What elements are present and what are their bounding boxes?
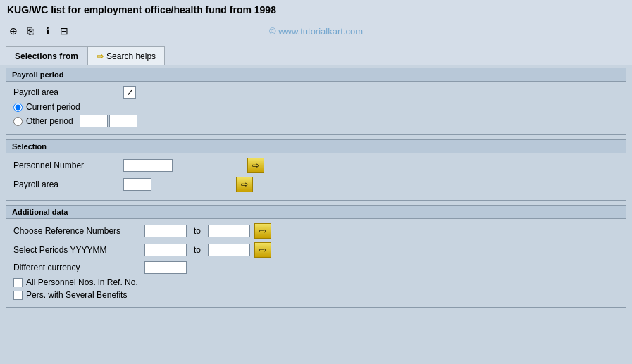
payroll-area-label: Payroll area xyxy=(13,87,119,97)
toolbar-icon-3[interactable]: ℹ xyxy=(39,23,55,39)
toolbar-icon-4[interactable]: ⊟ xyxy=(56,23,72,39)
choose-ref-input-from[interactable] xyxy=(144,225,187,237)
choose-ref-label: Choose Reference Numbers xyxy=(13,226,140,236)
select-periods-input-from[interactable] xyxy=(144,244,187,256)
selection-payroll-area-label: Payroll area xyxy=(13,180,119,189)
window-title: KUG/WC list for employment office/health… xyxy=(7,4,276,15)
to-label-2: to xyxy=(194,245,201,255)
other-period-radio[interactable] xyxy=(13,117,23,126)
select-periods-arrow-btn[interactable]: ⇨ xyxy=(254,242,271,258)
search-helps-label: Search helps xyxy=(106,51,156,61)
additional-data-header: Additional data xyxy=(6,206,626,219)
personnel-number-arrow-btn[interactable]: ⇨ xyxy=(247,158,264,173)
tab-selections-from[interactable]: Selections from xyxy=(6,46,87,65)
current-period-label: Current period xyxy=(26,102,80,112)
different-currency-label: Different currency xyxy=(13,263,140,272)
selections-from-label: Selections from xyxy=(15,51,78,61)
different-currency-input[interactable] xyxy=(144,261,187,274)
selection-body: Personnel Number ⇨ Payroll area ⇨ xyxy=(6,153,626,200)
choose-ref-input-to[interactable] xyxy=(208,225,250,237)
current-period-row: Current period xyxy=(13,102,619,112)
other-period-inputs xyxy=(80,115,137,127)
select-periods-input-to[interactable] xyxy=(208,244,250,256)
all-personnel-row: All Personnel Nos. in Ref. No. xyxy=(13,277,619,287)
choose-ref-row: Choose Reference Numbers to ⇨ xyxy=(13,223,619,239)
pers-several-label: Pers. with Several Benefits xyxy=(26,290,127,300)
toolbar-icon-2[interactable]: ⎘ xyxy=(23,23,38,39)
selection-payroll-area-arrow-btn[interactable]: ⇨ xyxy=(236,177,253,192)
additional-data-body: Choose Reference Numbers to ⇨ Select Per… xyxy=(6,219,626,307)
all-personnel-checkbox[interactable] xyxy=(13,278,23,287)
main-content: Payroll period Payroll area ✓ Current pe… xyxy=(0,65,632,364)
personnel-number-input[interactable] xyxy=(123,159,173,172)
personnel-number-label: Personnel Number xyxy=(13,161,119,170)
other-period-row: Other period xyxy=(13,115,619,127)
additional-data-section: Additional data Choose Reference Numbers… xyxy=(6,205,626,308)
other-period-input-2[interactable] xyxy=(109,115,137,127)
watermark: © www.tutorialkart.com xyxy=(269,26,363,37)
payroll-area-checkbox[interactable]: ✓ xyxy=(123,86,136,99)
search-helps-arrow-icon: ⇨ xyxy=(97,51,104,61)
to-label-1: to xyxy=(194,226,201,236)
all-personnel-label: All Personnel Nos. in Ref. No. xyxy=(26,277,138,287)
different-currency-row: Different currency xyxy=(13,261,619,274)
selection-section: Selection Personnel Number ⇨ Payroll are… xyxy=(6,139,626,201)
choose-ref-arrow-btn[interactable]: ⇨ xyxy=(254,223,271,239)
tab-search-helps[interactable]: ⇨ Search helps xyxy=(87,46,165,65)
personnel-number-row: Personnel Number ⇨ xyxy=(13,158,619,173)
pers-several-checkbox[interactable] xyxy=(13,291,23,300)
select-periods-label: Select Periods YYYYMM xyxy=(13,245,140,255)
payroll-area-row: Payroll area ✓ xyxy=(13,86,619,99)
toolbar-icon-1[interactable]: ⊕ xyxy=(6,23,21,39)
tab-bar: Selections from ⇨ Search helps xyxy=(0,42,632,65)
selection-header: Selection xyxy=(6,140,626,153)
payroll-period-section: Payroll period Payroll area ✓ Current pe… xyxy=(6,68,626,135)
other-period-label: Other period xyxy=(26,116,73,126)
payroll-period-body: Payroll area ✓ Current period Other peri… xyxy=(6,82,626,134)
pers-several-row: Pers. with Several Benefits xyxy=(13,290,619,300)
title-bar: KUG/WC list for employment office/health… xyxy=(0,0,632,20)
current-period-radio[interactable] xyxy=(13,103,23,112)
other-period-input-1[interactable] xyxy=(80,115,108,127)
select-periods-row: Select Periods YYYYMM to ⇨ xyxy=(13,242,619,258)
payroll-period-header: Payroll period xyxy=(6,68,626,82)
selection-payroll-area-input[interactable] xyxy=(123,178,151,191)
selection-payroll-area-row: Payroll area ⇨ xyxy=(13,177,619,192)
toolbar: ⊕ ⎘ ℹ ⊟ © www.tutorialkart.com xyxy=(0,20,632,42)
